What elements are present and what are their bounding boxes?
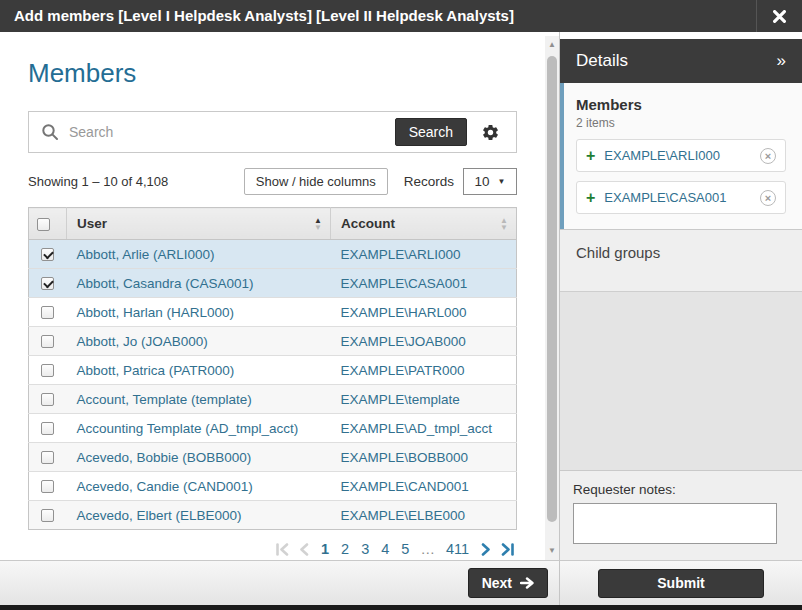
select-all-checkbox[interactable] [37,218,50,231]
pagination-last-button[interactable] [498,543,517,556]
pagination-page-last[interactable]: 411 [440,541,475,557]
pagination-page-3[interactable]: 3 [355,541,375,557]
pagination-first-button[interactable] [273,543,292,556]
details-empty-area [560,291,802,470]
column-header-user[interactable]: User ▲▼ [67,208,331,240]
member-item: +EXAMPLE\CASA001× [576,181,786,214]
account-link[interactable]: EXAMPLE\HARL000 [341,305,467,320]
pagination-ellipsis: … [419,541,436,557]
table-row[interactable]: Accounting Template (AD_tmpl_acct)EXAMPL… [29,414,517,443]
previous-page-icon [298,543,309,556]
submit-button[interactable]: Submit [598,569,764,598]
details-members-heading: Members [576,96,786,113]
user-link[interactable]: Abbott, Jo (JOAB000) [77,334,208,349]
next-arrow-icon [520,577,534,589]
row-checkbox[interactable] [41,451,54,464]
account-link[interactable]: EXAMPLE\BOBB000 [341,450,469,465]
account-link[interactable]: EXAMPLE\PATR000 [341,363,465,378]
table-row[interactable]: Abbott, Casandra (CASA001)EXAMPLE\CASA00… [29,269,517,298]
pagination: 12345 … 411 [28,541,517,557]
member-label[interactable]: EXAMPLE\CASA001 [604,190,760,205]
table-row[interactable]: Abbott, Harlan (HARL000)EXAMPLE\HARL000 [29,298,517,327]
add-member-icon: + [586,148,595,164]
user-link[interactable]: Account, Template (template) [77,392,252,407]
pagination-page-1[interactable]: 1 [315,541,335,557]
user-link[interactable]: Abbott, Patrica (PATR000) [77,363,235,378]
user-link[interactable]: Abbott, Harlan (HARL000) [77,305,235,320]
pagination-page-2[interactable]: 2 [335,541,355,557]
pagination-pages: 12345 [315,541,415,557]
vertical-scrollbar[interactable]: ▲ ▼ [545,36,559,560]
row-checkbox[interactable] [41,277,54,290]
account-link[interactable]: EXAMPLE\CAND001 [341,479,469,494]
user-link[interactable]: Acevedo, Bobbie (BOBB000) [77,450,252,465]
account-link[interactable]: EXAMPLE\ARLI000 [341,247,461,262]
scroll-down-icon[interactable]: ▼ [545,544,559,558]
chevron-down-icon: ▼ [498,177,506,186]
member-item: +EXAMPLE\ARLI000× [576,139,786,172]
row-checkbox[interactable] [41,480,54,493]
user-table-body: Abbott, Arlie (ARLI000)EXAMPLE\ARLI000Ab… [29,240,517,530]
collapse-panel-button[interactable]: » [777,51,786,71]
scrollbar-thumb[interactable] [547,56,557,522]
row-checkbox[interactable] [41,306,54,319]
left-footer: Next [0,560,559,605]
account-link[interactable]: EXAMPLE\JOAB000 [341,334,466,349]
pagination-prev-button[interactable] [296,543,311,556]
search-input[interactable] [69,124,395,140]
row-checkbox[interactable] [41,393,54,406]
gear-icon [481,123,500,142]
row-checkbox[interactable] [41,422,54,435]
dialog-header: Add members [Level I Helpdesk Analysts] … [0,0,802,32]
table-row[interactable]: Acevedo, Candie (CAND001)EXAMPLE\CAND001 [29,472,517,501]
table-row[interactable]: Account, Template (template)EXAMPLE\temp… [29,385,517,414]
user-table: User ▲▼ Account ▲▼ Abbott, Arlie (ARLI00… [28,207,517,530]
pagination-page-5[interactable]: 5 [395,541,415,557]
table-row[interactable]: Abbott, Arlie (ARLI000)EXAMPLE\ARLI000 [29,240,517,269]
right-footer: Submit [559,560,802,605]
row-checkbox[interactable] [41,364,54,377]
account-link[interactable]: EXAMPLE\template [341,392,460,407]
details-members-list: +EXAMPLE\ARLI000×+EXAMPLE\CASA001× [576,139,786,214]
user-link[interactable]: Acevedo, Candie (CAND001) [77,479,253,494]
account-link[interactable]: EXAMPLE\AD_tmpl_acct [341,421,493,436]
table-row[interactable]: Abbott, Jo (JOAB000)EXAMPLE\JOAB000 [29,327,517,356]
row-checkbox[interactable] [41,335,54,348]
pagination-page-4[interactable]: 4 [375,541,395,557]
column-header-account[interactable]: Account ▲▼ [331,208,517,240]
records-select[interactable]: 10 ▼ [463,168,517,195]
table-row[interactable]: Abbott, Patrica (PATR000)EXAMPLE\PATR000 [29,356,517,385]
user-link[interactable]: Abbott, Arlie (ARLI000) [77,247,215,262]
row-checkbox[interactable] [41,509,54,522]
details-members-section: Members 2 items +EXAMPLE\ARLI000×+EXAMPL… [560,83,802,229]
double-chevron-right-icon: » [777,51,786,70]
close-icon [773,10,786,23]
pagination-next-button[interactable] [479,543,494,556]
first-page-icon [275,543,290,556]
details-panel: Details » Members 2 items +EXAMPLE\ARLI0… [559,32,802,560]
account-link[interactable]: EXAMPLE\CASA001 [341,276,468,291]
user-link[interactable]: Abbott, Casandra (CASA001) [77,276,254,291]
user-link[interactable]: Accounting Template (AD_tmpl_acct) [77,421,299,436]
last-page-icon [500,543,515,556]
close-button[interactable] [756,0,802,32]
table-row[interactable]: Acevedo, Bobbie (BOBB000)EXAMPLE\BOBB000 [29,443,517,472]
show-hide-columns-button[interactable]: Show / hide columns [244,168,388,195]
records-label: Records [404,174,454,189]
table-row[interactable]: Acevedo, Elbert (ELBE000)EXAMPLE\ELBE000 [29,501,517,530]
page-background-strip [0,605,802,610]
row-checkbox[interactable] [41,248,54,261]
requester-notes-label: Requester notes: [573,482,789,497]
scroll-up-icon[interactable]: ▲ [545,38,559,52]
remove-member-button[interactable]: × [760,148,776,164]
member-label[interactable]: EXAMPLE\ARLI000 [604,148,760,163]
remove-member-button[interactable]: × [760,190,776,206]
user-link[interactable]: Acevedo, Elbert (ELBE000) [77,508,242,523]
sort-icon: ▲▼ [500,217,508,231]
next-button[interactable]: Next [468,568,548,598]
requester-notes-textarea[interactable] [573,503,777,544]
settings-button[interactable] [481,123,500,142]
table-toolbar: Showing 1 – 10 of 4,108 Show / hide colu… [28,168,517,195]
search-button[interactable]: Search [395,118,467,146]
account-link[interactable]: EXAMPLE\ELBE000 [341,508,466,523]
